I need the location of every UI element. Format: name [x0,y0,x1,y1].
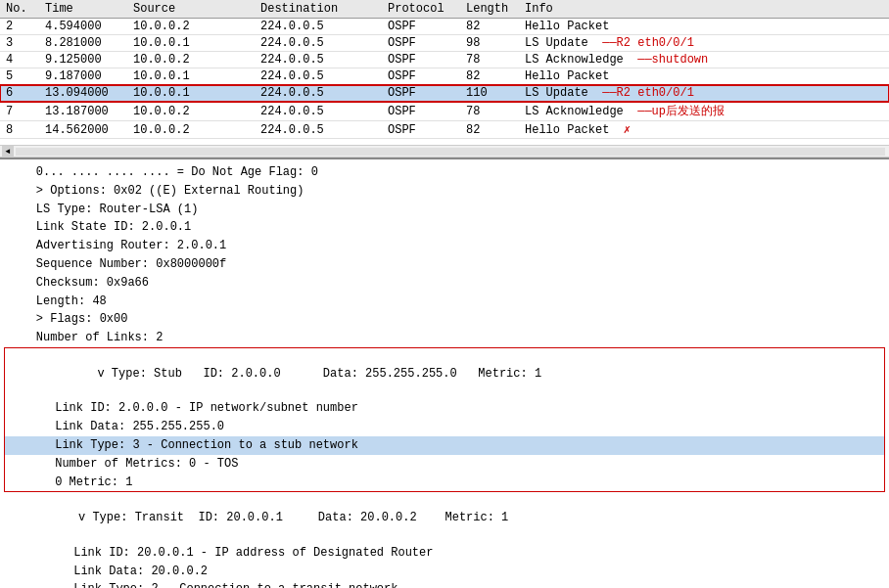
cell-time: 9.187000 [39,68,127,85]
detail-panel: 0... .... .... .... = Do Not Age Flag: 0… [0,158,889,588]
cell-dest: 224.0.0.5 [255,68,382,85]
cell-dest: 224.0.0.5 [255,19,382,35]
cell-proto: OSPF [382,19,460,35]
detail-line-advrtr: Advertising Router: 2.0.0.1 [0,237,889,255]
stub-type-header[interactable]: v Type: Stub ID: 2.0.0.0 Data: 255.255.2… [5,348,884,399]
cell-no: 4 [0,52,39,68]
stub-link-id: Link ID: 2.0.0.0 - IP network/subnet num… [5,399,884,418]
table-wrapper: No. Time Source Destination Protocol Len… [0,0,889,145]
cell-len: 82 [460,19,519,35]
cell-info: LS Acknowledge ——shutdown [519,52,889,68]
cell-time: 13.187000 [39,102,127,121]
cell-len: 78 [460,102,519,121]
cell-time: 13.094000 [39,85,127,102]
col-length: Length [460,0,519,19]
stub-link-type[interactable]: Link Type: 3 - Connection to a stub netw… [5,436,884,455]
cell-time: 9.125000 [39,52,127,68]
detail-content: 0... .... .... .... = Do Not Age Flag: 0… [0,158,889,588]
annotation-text: ——shutdown [637,53,708,67]
detail-line-flags: > Flags: 0x00 [0,310,889,329]
cell-source: 10.0.0.1 [127,35,255,52]
stub-num-metrics: Number of Metrics: 0 - TOS [5,455,884,474]
cell-no: 5 [0,68,39,85]
cell-info: Hello Packet [519,19,889,35]
cell-info: LS Update ——R2 eth0/0/1 [519,85,889,102]
transit-link-data: Link Data: 20.0.0.2 [0,563,889,581]
cell-len: 78 [460,52,519,68]
annotation-text: ——R2 eth0/0/1 [602,36,694,50]
cell-no: 6 [0,85,39,102]
col-no: No. [0,0,39,19]
transit-link-type: Link Type: 2 - Connection to a transit n… [0,580,889,588]
table-row[interactable]: 7 13.187000 10.0.0.2 224.0.0.5 OSPF 78 L… [0,102,889,121]
cell-no: 3 [0,35,39,52]
col-protocol: Protocol [382,0,460,19]
scroll-left-arrow[interactable]: ◄ [2,146,14,158]
stub-type-section: v Type: Stub ID: 2.0.0.0 Data: 255.255.2… [4,347,885,492]
cell-proto: OSPF [382,52,460,68]
detail-line-donotage: 0... .... .... .... = Do Not Age Flag: 0 [0,163,889,182]
cell-proto: OSPF [382,85,460,102]
horizontal-scrollbar[interactable]: ◄ [0,145,889,157]
stub-link-data: Link Data: 255.255.255.0 [5,418,884,436]
packet-table: No. Time Source Destination Protocol Len… [0,0,889,139]
cell-info: LS Acknowledge ——up后发送的报 [519,102,889,121]
detail-line-length: Length: 48 [0,293,889,311]
packet-list-area: No. Time Source Destination Protocol Len… [0,0,889,158]
stub-metric-val: 0 Metric: 1 [5,474,884,492]
scroll-track [16,148,885,156]
cell-time: 8.281000 [39,35,127,52]
cell-source: 10.0.0.1 [127,85,255,102]
detail-line-lstype: LS Type: Router-LSA (1) [0,201,889,219]
cell-info: Hello Packet [519,68,889,85]
col-destination: Destination [255,0,382,19]
cell-len: 98 [460,35,519,52]
table-row[interactable]: 5 9.187000 10.0.0.1 224.0.0.5 OSPF 82 He… [0,68,889,85]
collapse-stub-icon: v [97,367,104,381]
cell-proto: OSPF [382,121,460,139]
transit-link-id: Link ID: 20.0.0.1 - IP address of Design… [0,544,889,563]
cell-dest: 224.0.0.5 [255,35,382,52]
detail-line-checksum: Checksum: 0x9a66 [0,274,889,293]
cell-no: 8 [0,121,39,139]
cell-dest: 224.0.0.5 [255,85,382,102]
detail-line-seqnum: Sequence Number: 0x8000000f [0,255,889,274]
expand-options-icon[interactable]: > [36,184,43,198]
col-source: Source [127,0,255,19]
cell-proto: OSPF [382,35,460,52]
collapse-transit-icon: v [78,511,85,524]
annotation-text: ——R2 eth0/0/1 [602,86,694,100]
cell-source: 10.0.0.2 [127,19,255,35]
cell-dest: 224.0.0.5 [255,52,382,68]
cell-source: 10.0.0.1 [127,68,255,85]
table-row[interactable]: 2 4.594000 10.0.0.2 224.0.0.5 OSPF 82 He… [0,19,889,35]
cell-source: 10.0.0.2 [127,121,255,139]
cell-info: Hello Packet ✗ [519,121,889,139]
table-row[interactable]: 3 8.281000 10.0.0.1 224.0.0.5 OSPF 98 LS… [0,35,889,52]
table-row[interactable]: 4 9.125000 10.0.0.2 224.0.0.5 OSPF 78 LS… [0,52,889,68]
detail-line-options: > Options: 0x02 ((E) External Routing) [0,182,889,201]
col-time: Time [39,0,127,19]
table-header-row: No. Time Source Destination Protocol Len… [0,0,889,19]
expand-flags-icon[interactable]: > [36,312,43,326]
transit-type-header[interactable]: v Type: Transit ID: 20.0.0.1 Data: 20.0.… [0,492,889,543]
table-row[interactable]: 8 14.562000 10.0.0.2 224.0.0.5 OSPF 82 H… [0,121,889,139]
cell-proto: OSPF [382,102,460,121]
annotation-text: ——up后发送的报 [637,105,725,118]
cell-time: 4.594000 [39,19,127,35]
cell-source: 10.0.0.2 [127,102,255,121]
cell-len: 82 [460,121,519,139]
cell-time: 14.562000 [39,121,127,139]
detail-line-numlinks: Number of Links: 2 [0,329,889,347]
red-x-mark: ✗ [624,123,631,137]
detail-line-linkstateid: Link State ID: 2.0.0.1 [0,218,889,237]
cell-info: LS Update ——R2 eth0/0/1 [519,35,889,52]
cell-proto: OSPF [382,68,460,85]
col-info: Info [519,0,889,19]
table-row[interactable]: 6 13.094000 10.0.0.1 224.0.0.5 OSPF 110 … [0,85,889,102]
cell-source: 10.0.0.2 [127,52,255,68]
cell-no: 2 [0,19,39,35]
cell-dest: 224.0.0.5 [255,121,382,139]
cell-dest: 224.0.0.5 [255,102,382,121]
cell-len: 110 [460,85,519,102]
